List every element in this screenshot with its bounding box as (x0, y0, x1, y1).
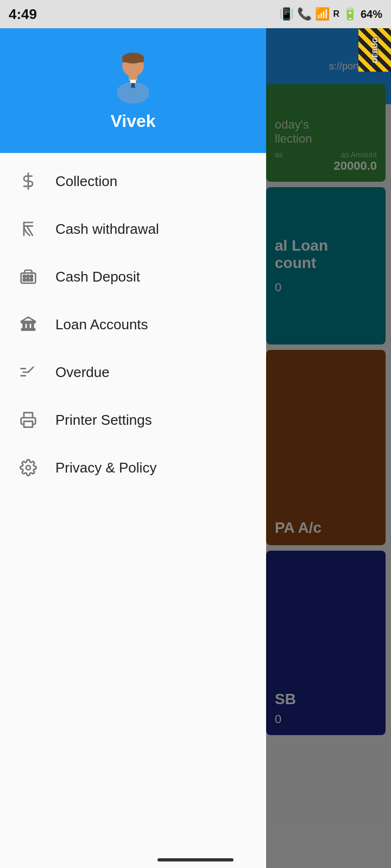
svg-rect-16 (23, 279, 26, 281)
printer-icon (16, 408, 40, 432)
svg-rect-6 (130, 80, 136, 83)
printer-settings-label: Printer Settings (55, 412, 152, 429)
svg-point-30 (26, 465, 30, 470)
status-bar: 4:49 📳 📞 📶 R 🔋 64% (0, 0, 391, 28)
svg-rect-15 (30, 275, 33, 277)
overdue-icon (16, 360, 40, 384)
vibrate-icon: 📳 (279, 7, 294, 21)
debug-label: DEBUG (371, 37, 379, 63)
svg-rect-23 (28, 323, 29, 329)
cash-deposit-label: Cash Deposit (55, 269, 140, 285)
menu-item-cash-deposit[interactable]: Cash Deposit (0, 253, 266, 301)
collection-label: Collection (55, 173, 117, 190)
phone-icon: 📞 (297, 7, 312, 21)
menu-item-printer-settings[interactable]: Printer Settings (0, 396, 266, 444)
svg-rect-2 (122, 56, 144, 62)
privacy-policy-label: Privacy & Policy (55, 459, 156, 476)
svg-rect-17 (27, 279, 29, 281)
bank-icon (16, 312, 40, 336)
dollar-icon (16, 169, 40, 193)
cash-withdrawal-label: Cash withdrawal (55, 221, 159, 238)
overdue-label: Overdue (55, 364, 110, 381)
svg-rect-18 (30, 279, 33, 281)
debug-badge: DEBUG (358, 28, 391, 72)
menu-item-privacy-policy[interactable]: Privacy & Policy (0, 444, 266, 492)
drawer-username: Vivek (110, 111, 155, 131)
avatar (106, 50, 160, 105)
menu-item-cash-withdrawal[interactable]: Cash withdrawal (0, 205, 266, 253)
cash-register-icon (16, 265, 40, 289)
drawer-menu: Collection Cash withdrawal (0, 153, 266, 868)
svg-rect-22 (23, 323, 25, 329)
signal-r-icon: R (333, 9, 339, 19)
drawer-header: Vivek (0, 28, 266, 153)
svg-rect-13 (23, 275, 26, 277)
time-display: 4:49 (9, 6, 37, 23)
menu-item-overdue[interactable]: Overdue (0, 348, 266, 396)
svg-line-26 (28, 367, 33, 372)
menu-item-collection[interactable]: Collection (0, 157, 266, 205)
battery-icon: 🔋 (343, 7, 357, 21)
wifi-icon: 📶 (315, 7, 330, 21)
svg-rect-24 (32, 323, 34, 329)
rupee-icon (16, 217, 40, 241)
menu-item-loan-accounts[interactable]: Loan Accounts (0, 301, 266, 348)
svg-rect-29 (24, 422, 33, 427)
settings-icon (16, 456, 40, 480)
svg-rect-14 (27, 275, 29, 277)
bottom-nav-indicator (157, 858, 234, 861)
battery-percent: 64% (361, 8, 382, 21)
loan-accounts-label: Loan Accounts (55, 316, 148, 333)
status-icons: 📳 📞 📶 R 🔋 64% (279, 7, 382, 21)
navigation-drawer: Vivek Collection (0, 28, 266, 868)
